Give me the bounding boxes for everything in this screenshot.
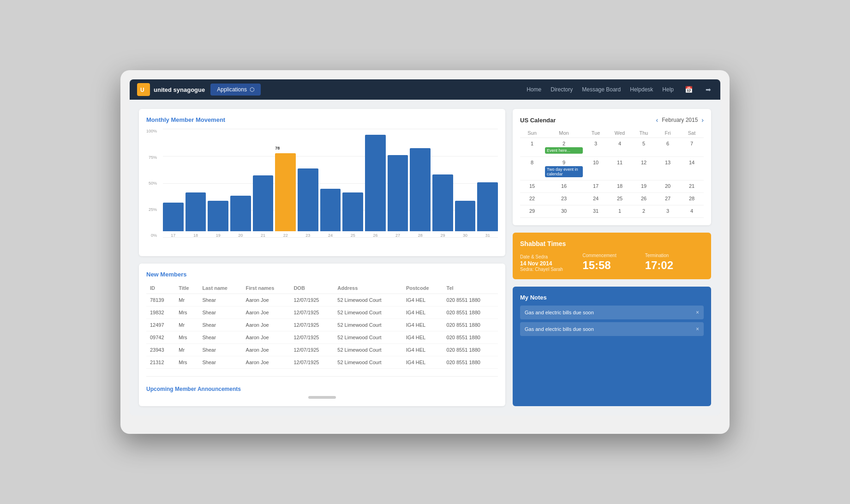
table-cell: 020 8551 1880 (443, 306, 498, 319)
calendar-day[interactable]: 30 (544, 205, 584, 218)
bar-x-label: 20 (238, 233, 243, 238)
calendar-day[interactable]: 3 (656, 205, 680, 218)
table-cell: Shear (199, 306, 242, 319)
calendar-event[interactable]: Event here... (545, 147, 583, 154)
nav-help[interactable]: Help (662, 86, 674, 93)
commencement-label: Commencement (582, 253, 641, 258)
notes-title: My Notes (520, 294, 704, 301)
note-close-button[interactable]: × (696, 309, 699, 316)
col-postcode: Postcode (402, 282, 443, 294)
table-row[interactable]: 78139MrShearAaron Joe12/07/192552 Limewo… (146, 294, 498, 306)
calendar-day[interactable]: 29 (520, 205, 544, 218)
chart-container: 100% 75% 50% 25% 0% (146, 129, 498, 249)
calendar-day[interactable]: 5 (632, 138, 656, 157)
applications-label: Applications (217, 86, 247, 93)
chart-bar (342, 192, 363, 231)
calendar-day[interactable]: 18 (608, 180, 632, 193)
prev-month-button[interactable]: ‹ (656, 116, 658, 124)
day-number: 18 (609, 183, 631, 189)
table-row[interactable]: 23943MrShearAaron Joe12/07/192552 Limewo… (146, 344, 498, 356)
calendar-day[interactable]: 10 (584, 157, 608, 180)
sedra-prefix: Sedra: (520, 267, 533, 272)
day-number: 2 (545, 141, 583, 146)
calendar-day[interactable]: 28 (680, 193, 704, 205)
calendar-card: US Calendar ‹ February 2015 › Sun Mon (513, 109, 711, 225)
table-cell: 23943 (146, 344, 175, 356)
nav-home[interactable]: Home (527, 86, 541, 93)
calendar-day[interactable]: 15 (520, 180, 544, 193)
day-number: 24 (585, 196, 607, 201)
calendar-day[interactable]: 27 (656, 193, 680, 205)
calendar-day[interactable]: 17 (584, 180, 608, 193)
calendar-day[interactable]: 2Event here... (544, 138, 584, 157)
calendar-day[interactable]: 21 (680, 180, 704, 193)
nav-directory[interactable]: Directory (551, 86, 573, 93)
note-close-button[interactable]: × (696, 326, 699, 332)
shabbat-date-value: 14 Nov 2014 (520, 260, 579, 267)
calendar-event[interactable]: Two day event in calendar (545, 166, 583, 177)
calendar-day[interactable]: 20 (656, 180, 680, 193)
calendar-day[interactable]: 13 (656, 157, 680, 180)
calendar-day[interactable]: 1 (520, 138, 544, 157)
chevron-down-icon: ⬡ (250, 86, 254, 93)
calendar-day[interactable]: 19 (632, 180, 656, 193)
day-number: 7 (681, 141, 703, 146)
calendar-day[interactable]: 9Two day event in calendar (544, 157, 584, 180)
calendar-day[interactable]: 3 (584, 138, 608, 157)
day-number: 8 (521, 160, 543, 165)
calendar-day[interactable]: 6 (656, 138, 680, 157)
scrollbar[interactable] (308, 396, 336, 399)
shabbat-title: Shabbat Times (520, 240, 704, 247)
calendar-day[interactable]: 11 (608, 157, 632, 180)
calendar-day[interactable]: 4 (680, 205, 704, 218)
table-cell: IG4 HEL (402, 294, 443, 306)
bar-item: 17 (163, 129, 184, 238)
calendar-icon[interactable]: 📅 (683, 85, 694, 94)
calendar-day[interactable]: 24 (584, 193, 608, 205)
col-firstnames: First names (242, 282, 290, 294)
bar-x-label: 18 (193, 233, 198, 238)
chart-bars: 17181920217822232425262728293031 (163, 129, 498, 238)
table-cell: Mr (175, 294, 198, 306)
logout-icon[interactable]: ➡ (704, 85, 713, 94)
calendar-day[interactable]: 12 (632, 157, 656, 180)
calendar-day[interactable]: 16 (544, 180, 584, 193)
calendar-day[interactable]: 22 (520, 193, 544, 205)
day-number: 5 (633, 141, 655, 146)
calendar-day[interactable]: 23 (544, 193, 584, 205)
day-number: 28 (681, 196, 703, 201)
calendar-day[interactable]: 14 (680, 157, 704, 180)
bar-x-label: 24 (328, 233, 333, 238)
table-cell: IG4 HEL (402, 331, 443, 344)
note-text: Gas and electric bills due soon (525, 310, 594, 315)
nav-helpdesk[interactable]: Helpdesk (630, 86, 653, 93)
dow-sat: Sat (680, 128, 704, 138)
calendar-day[interactable]: 1 (608, 205, 632, 218)
next-month-button[interactable]: › (701, 116, 704, 124)
calendar-day[interactable]: 31 (584, 205, 608, 218)
table-cell: 52 Limewood Court (334, 319, 402, 331)
table-row[interactable]: 12497MrShearAaron Joe12/07/192552 Limewo… (146, 319, 498, 331)
shabbat-card: Shabbat Times Date & Sedra 14 Nov 2014 S… (513, 233, 711, 279)
applications-button[interactable]: Applications ⬡ (210, 84, 261, 96)
calendar-day[interactable]: 7 (680, 138, 704, 157)
bar-x-label: 28 (418, 233, 423, 238)
table-cell: Mrs (175, 306, 198, 319)
table-cell: Shear (199, 344, 242, 356)
table-row[interactable]: 09742MrsShearAaron Joe12/07/192552 Limew… (146, 331, 498, 344)
calendar-day[interactable]: 25 (608, 193, 632, 205)
calendar-day[interactable]: 2 (632, 205, 656, 218)
calendar-day[interactable]: 26 (632, 193, 656, 205)
right-panels: US Calendar ‹ February 2015 › Sun Mon (513, 109, 711, 406)
table-row[interactable]: 21312MrsShearAaron Joe12/07/192552 Limew… (146, 356, 498, 369)
bar-x-label: 31 (485, 233, 490, 238)
dow-tue: Tue (584, 128, 608, 138)
table-cell: Aaron Joe (242, 294, 290, 306)
shabbat-date-label: Date & Sedra (520, 254, 579, 259)
nav-message-board[interactable]: Message Board (582, 86, 621, 93)
calendar-day[interactable]: 4 (608, 138, 632, 157)
nav-links: Home Directory Message Board Helpdesk He… (527, 85, 713, 94)
brand: U united synagogue (137, 83, 205, 96)
calendar-day[interactable]: 8 (520, 157, 544, 180)
table-row[interactable]: 19832MrsShearAaron Joe12/07/192552 Limew… (146, 306, 498, 319)
